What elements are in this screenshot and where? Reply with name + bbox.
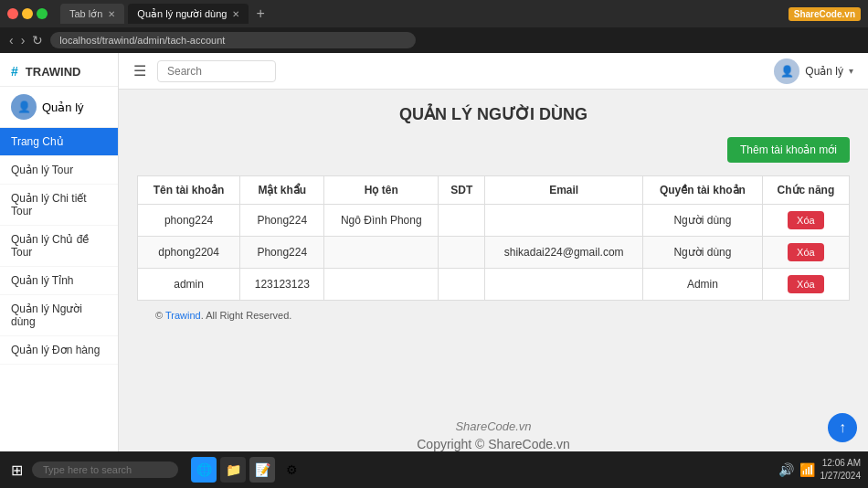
cell-role: Admin: [643, 269, 763, 301]
taskbar-explorer-icon[interactable]: 📁: [220, 457, 246, 483]
sidebar-item-chude-tour[interactable]: Quản lý Chủ đề Tour: [0, 226, 118, 267]
sidebar-logo: # TRAWIND: [0, 53, 118, 87]
watermark-line1: ShareCode.vn: [119, 412, 868, 437]
col-fullname: Họ tên: [324, 176, 439, 205]
tab-1-close[interactable]: ✕: [108, 9, 115, 19]
cell-role: Người dùng: [643, 205, 763, 237]
footer-copyright: ©: [155, 310, 165, 321]
users-table: Tên tài khoản Mật khẩu Họ tên SDT Email …: [137, 175, 850, 301]
cell-phone: [439, 269, 485, 301]
content-area: QUẢN LÝ NGƯỜI DÙNG Thêm tài khoản mới Tê…: [119, 90, 868, 412]
cell-action: Xóa: [762, 237, 849, 269]
footer-link[interactable]: Trawind: [165, 310, 201, 321]
cell-username: phong224: [138, 205, 240, 237]
cell-phone: [439, 205, 485, 237]
taskbar-system-icons: 🔊 📶 12:06 AM 1/27/2024: [778, 457, 862, 483]
cell-action: Xóa: [762, 205, 849, 237]
table-header-row: Tên tài khoản Mật khẩu Họ tên SDT Email …: [138, 176, 850, 205]
chevron-down-icon: ▾: [849, 66, 853, 76]
sidebar-item-tinh[interactable]: Quản lý Tỉnh: [0, 267, 118, 295]
cell-email: [485, 269, 643, 301]
cell-email: shikadai224@gmail.com: [485, 237, 643, 269]
address-bar: ‹ › ↻: [0, 27, 868, 53]
footer-suffix: . All Right Reserved.: [201, 310, 292, 321]
sidebar: # TRAWIND 👤 Quản lý Trang Chủ Quản lý To…: [0, 53, 119, 451]
main-content: ☰ 👤 Quản lý ▾ QUẢN LÝ NGƯỜI DÙNG Thêm tà…: [119, 53, 868, 451]
sidebar-item-tour[interactable]: Quản lý Tour: [0, 156, 118, 185]
sharecode-logo-text: ShareCode.vn: [789, 7, 861, 21]
taskbar-misc-icon[interactable]: ⚙: [279, 457, 304, 483]
cell-phone: [439, 237, 485, 269]
col-username: Tên tài khoản: [138, 176, 240, 205]
user-info[interactable]: 👤 Quản lý ▾: [774, 58, 853, 84]
col-email: Email: [485, 176, 643, 205]
nav-forward-icon[interactable]: ›: [21, 33, 26, 48]
cell-fullname: Ngô Đình Phong: [324, 205, 439, 237]
tab-2[interactable]: Quản lý người dùng ✕: [128, 4, 249, 24]
top-bar-right: 👤 Quản lý ▾: [774, 58, 853, 84]
tab-1[interactable]: Tab lớn ✕: [60, 4, 124, 24]
taskbar-time: 12:06 AM 1/27/2024: [820, 457, 862, 483]
win-min-btn[interactable]: [22, 8, 33, 19]
col-action: Chức năng: [762, 176, 849, 205]
taskbar-network-icon: 🔊: [778, 462, 794, 477]
taskbar: ⊞ 🌐 📁 📝 ⚙ 🔊 📶 12:06 AM 1/27/2024: [0, 451, 868, 488]
delete-button[interactable]: Xóa: [788, 243, 824, 261]
top-bar: ☰ 👤 Quản lý ▾: [119, 53, 868, 90]
page-title: QUẢN LÝ NGƯỜI DÙNG: [137, 104, 850, 124]
tab-2-close[interactable]: ✕: [232, 9, 239, 19]
browser-chrome: Tab lớn ✕ Quản lý người dùng ✕ + ShareCo…: [0, 0, 868, 27]
taskbar-vscode-icon[interactable]: 📝: [249, 457, 275, 483]
tab-1-label: Tab lớn: [69, 8, 102, 20]
taskbar-search[interactable]: [32, 461, 178, 478]
address-input[interactable]: [50, 32, 416, 48]
sidebar-user: 👤 Quản lý: [0, 87, 118, 128]
table-row: dphong2204 Phong224 shikadai224@gmail.co…: [138, 237, 850, 269]
tab-2-label: Quản lý người dùng: [137, 8, 227, 20]
taskbar-app-icons: 🌐 📁 📝 ⚙: [191, 457, 304, 483]
cell-email: [485, 205, 643, 237]
table-row: admin 123123123 Admin Xóa: [138, 269, 850, 301]
cell-fullname: [324, 269, 439, 301]
sidebar-item-trangchu[interactable]: Trang Chủ: [0, 128, 118, 156]
nav-back-icon[interactable]: ‹: [9, 33, 14, 48]
tab-bar: Tab lớn ✕ Quản lý người dùng ✕ +: [60, 4, 783, 24]
sidebar-user-label: Quản lý: [42, 101, 84, 114]
add-account-button[interactable]: Thêm tài khoản mới: [727, 137, 850, 163]
col-phone: SDT: [439, 176, 485, 205]
sidebar-logo-text: TRAWIND: [26, 65, 81, 79]
sidebar-item-chitiet-tour[interactable]: Quản lý Chi tiết Tour: [0, 185, 118, 226]
scroll-top-button[interactable]: ↑: [828, 413, 857, 442]
delete-button[interactable]: Xóa: [788, 275, 824, 293]
cell-username: dphong2204: [138, 237, 240, 269]
cell-password: Phong224: [240, 237, 324, 269]
sidebar-item-donhang[interactable]: Quản lý Đơn hàng: [0, 336, 118, 365]
win-close-btn[interactable]: [7, 8, 18, 19]
watermark-line2: Copyright © ShareCode.vn: [119, 437, 868, 451]
search-input[interactable]: [157, 60, 276, 82]
sidebar-logo-hash: #: [11, 64, 18, 79]
hamburger-icon[interactable]: ☰: [133, 62, 146, 80]
sidebar-item-nguoidung[interactable]: Quản lý Người dùng: [0, 295, 118, 336]
cell-password: Phong224: [240, 205, 324, 237]
taskbar-edge-icon[interactable]: 🌐: [191, 457, 217, 483]
cell-password: 123123123: [240, 269, 324, 301]
sidebar-nav: Trang Chủ Quản lý Tour Quản lý Chi tiết …: [0, 128, 118, 365]
sidebar-user-avatar: 👤: [11, 94, 37, 120]
cell-username: admin: [138, 269, 240, 301]
cell-fullname: [324, 237, 439, 269]
col-role: Quyền tài khoản: [643, 176, 763, 205]
user-info-name: Quản lý: [805, 65, 843, 78]
user-info-avatar: 👤: [774, 58, 799, 84]
start-icon[interactable]: ⊞: [7, 458, 26, 483]
app-container: # TRAWIND 👤 Quản lý Trang Chủ Quản lý To…: [0, 53, 868, 451]
delete-button[interactable]: Xóa: [788, 211, 824, 229]
new-tab-btn[interactable]: +: [252, 5, 268, 22]
sharecode-logo: ShareCode.vn: [789, 7, 861, 21]
nav-reload-icon[interactable]: ↻: [32, 33, 43, 48]
taskbar-volume-icon: 📶: [799, 462, 815, 477]
win-max-btn[interactable]: [37, 8, 48, 19]
col-password: Mật khẩu: [240, 176, 324, 205]
cell-action: Xóa: [762, 269, 849, 301]
cell-role: Người dùng: [643, 237, 763, 269]
